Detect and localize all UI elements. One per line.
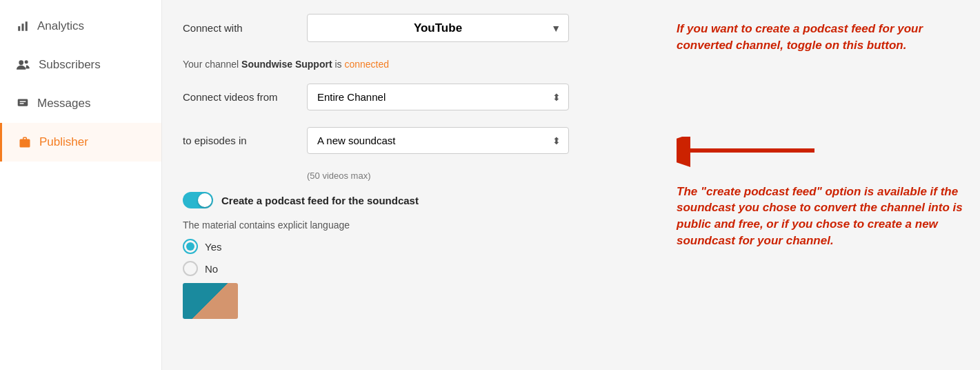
form-panel: Connect with YouTube ▼ Your channel Soun… (183, 14, 569, 319)
sidebar-item-analytics[interactable]: Analytics (0, 7, 161, 46)
channel-info: Your channel Soundwise Support is connec… (183, 59, 569, 70)
to-episodes-control: A new soundcast ⬍ (307, 127, 569, 154)
videos-max-note: (50 videos max) (307, 171, 569, 181)
sidebar: Analytics Subscribers Messages Publisher (0, 0, 162, 370)
svg-point-4 (25, 60, 28, 64)
svg-rect-5 (18, 99, 28, 106)
sidebar-item-publisher[interactable]: Publisher (0, 123, 161, 162)
red-arrow-svg (677, 137, 828, 178)
connect-videos-control: Entire Channel ⬍ (307, 84, 569, 110)
channel-info-prefix: Your channel (183, 59, 239, 70)
connect-videos-select[interactable]: Entire Channel (307, 84, 569, 110)
explicit-language-label: The material contains explicit language (183, 220, 569, 231)
radio-yes-button[interactable] (183, 239, 198, 254)
sidebar-item-analytics-label: Analytics (37, 19, 84, 33)
svg-point-3 (19, 60, 23, 65)
messages-icon (17, 98, 29, 109)
podcast-feed-toggle[interactable] (183, 192, 213, 208)
to-episodes-row: to episodes in A new soundcast ⬍ (183, 127, 569, 154)
to-episodes-label: to episodes in (183, 135, 307, 146)
sidebar-item-publisher-label: Publisher (39, 135, 88, 149)
sidebar-item-messages[interactable]: Messages (0, 84, 161, 123)
svg-rect-2 (26, 21, 28, 31)
analytics-icon (17, 20, 29, 32)
radio-no-row[interactable]: No (183, 261, 569, 276)
connect-with-row: Connect with YouTube ▼ (183, 14, 569, 42)
radio-yes-inner (186, 242, 194, 251)
sidebar-item-subscribers-label: Subscribers (39, 58, 101, 72)
to-episodes-select[interactable]: A new soundcast (307, 127, 569, 154)
sidebar-item-subscribers[interactable]: Subscribers (0, 46, 161, 84)
radio-yes-row[interactable]: Yes (183, 239, 569, 254)
annotation-overlay: If you want to create a podcast feed for… (663, 0, 980, 370)
connect-videos-select-wrapper: Entire Channel ⬍ (307, 84, 569, 110)
radio-no-button[interactable] (183, 261, 198, 276)
annotation-top-text: If you want to create a podcast feed for… (677, 21, 966, 54)
channel-name: Soundwise Support (241, 59, 332, 70)
sidebar-item-messages-label: Messages (37, 97, 90, 110)
connect-with-label: Connect with (183, 22, 307, 34)
toggle-label: Create a podcast feed for the soundcast (221, 195, 419, 206)
annotation-bottom: The "create podcast feed" option is avai… (677, 184, 966, 249)
connect-videos-label: Connect videos from (183, 91, 307, 103)
publisher-icon (19, 136, 31, 148)
connect-with-select-wrapper: YouTube ▼ (307, 14, 569, 42)
radio-yes-label: Yes (205, 241, 221, 253)
to-episodes-select-wrapper: A new soundcast ⬍ (307, 127, 569, 154)
connect-videos-row: Connect videos from Entire Channel ⬍ (183, 84, 569, 110)
channel-status: connected (344, 59, 389, 70)
annotation-bottom-text: The "create podcast feed" option is avai… (677, 184, 966, 249)
annotation-top: If you want to create a podcast feed for… (677, 21, 966, 54)
svg-rect-1 (22, 23, 24, 31)
main-content: Connect with YouTube ▼ Your channel Soun… (162, 0, 980, 370)
subscribers-icon (17, 59, 30, 71)
svg-rect-0 (18, 26, 20, 31)
channel-info-middle: is (334, 59, 344, 70)
toggle-row: Create a podcast feed for the soundcast (183, 192, 569, 208)
connect-with-control: YouTube ▼ (307, 14, 569, 42)
thumbnail-preview (183, 283, 238, 319)
connect-with-select[interactable]: YouTube (307, 14, 569, 42)
radio-no-label: No (205, 263, 218, 275)
